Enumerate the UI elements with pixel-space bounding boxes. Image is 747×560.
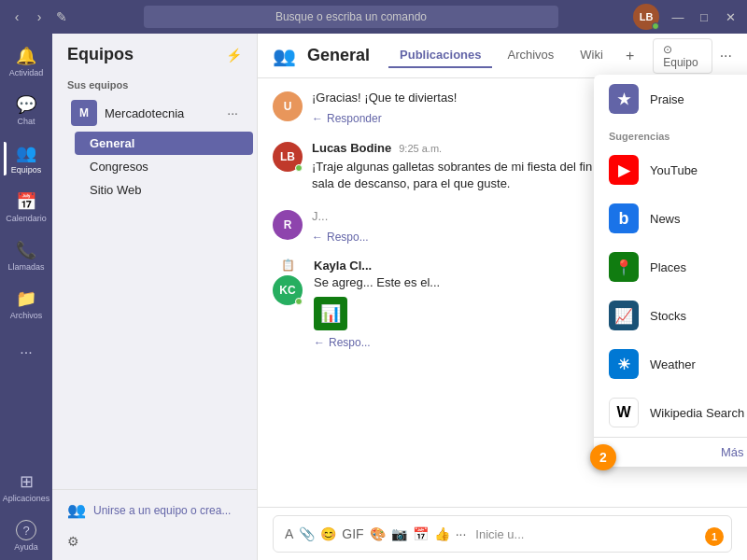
- app-item-places[interactable]: 📍 Places: [594, 243, 747, 291]
- sidebar-header: Equipos ⚡: [52, 34, 257, 76]
- sidebar-item-calendario[interactable]: 📅 Calendario: [4, 183, 49, 231]
- nav-bottom: ⊞ Aplicaciones ? Ayuda: [4, 463, 49, 560]
- tab-archivos[interactable]: Archivos: [496, 44, 565, 68]
- app-item-news[interactable]: b News: [594, 194, 747, 243]
- compose-more-icon[interactable]: ···: [456, 526, 467, 541]
- app-name-weather: Weather: [650, 357, 696, 371]
- more-apps-label: Más aplicaciones: [721, 445, 747, 459]
- schedule-icon[interactable]: 📅: [413, 526, 429, 541]
- calls-icon: 📞: [16, 240, 36, 260]
- titlebar-controls: ‹ › ✎: [9, 9, 69, 24]
- apps-icon: ⊞: [20, 471, 34, 492]
- avatar-user1: U: [273, 91, 303, 121]
- msg-author-4: Kayla Cl...: [314, 259, 372, 273]
- reply-label-4: Respo...: [329, 336, 371, 349]
- sticker-icon[interactable]: 🎨: [370, 526, 386, 541]
- close-button[interactable]: ✕: [723, 10, 738, 24]
- channel-item-general[interactable]: General: [75, 132, 253, 155]
- team-more-icon[interactable]: ···: [227, 105, 238, 120]
- sidebar-item-aplicaciones[interactable]: ⊞ Aplicaciones: [4, 463, 49, 511]
- sidebar-title: Equipos: [67, 45, 134, 64]
- help-label: Ayuda: [14, 542, 37, 552]
- emoji-icon[interactable]: 😊: [320, 526, 336, 541]
- app-name-praise: Praise: [650, 92, 684, 106]
- channel-icon: 👥: [273, 45, 296, 67]
- sidebar-item-ayuda[interactable]: ? Ayuda: [4, 511, 49, 560]
- sidebar-item-chat[interactable]: 💬 Chat: [4, 86, 49, 134]
- edit-icon: ✎: [54, 9, 69, 24]
- format-icon[interactable]: A: [285, 526, 293, 541]
- msg-time-2: 9:25 a.m.: [399, 143, 442, 154]
- app-name-places: Places: [650, 260, 686, 274]
- camera-icon[interactable]: 📷: [391, 526, 407, 541]
- gif-icon[interactable]: GIF: [342, 526, 363, 541]
- app-name-news: News: [650, 212, 681, 226]
- add-tab-button[interactable]: +: [618, 44, 641, 68]
- user-avatar[interactable]: LB: [633, 4, 659, 30]
- popup-section-label: Sugerencias: [594, 123, 747, 146]
- channel-item-congresos[interactable]: Congresos: [75, 155, 253, 178]
- help-icon: ?: [16, 520, 36, 540]
- equipo-button[interactable]: ⊙ Equipo: [653, 38, 712, 74]
- app-item-praise[interactable]: ★ Praise: [594, 75, 747, 123]
- reply-icon-1: ←: [312, 112, 323, 125]
- compose-badge: 1: [705, 527, 724, 546]
- excel-icon: 📊: [314, 297, 347, 330]
- left-nav: 🔔 Actividad 💬 Chat 👥 Equipos 📅 Calendari…: [0, 34, 52, 560]
- attach-icon[interactable]: 📎: [299, 526, 315, 541]
- channel-tabs: Publicaciones Archivos Wiki +: [388, 44, 641, 68]
- team-avatar-mercadotecnia: M: [71, 100, 97, 126]
- titlebar-right: LB — □ ✕: [633, 4, 738, 30]
- kayla-status: [295, 298, 303, 305]
- avatar-r: R: [273, 210, 303, 240]
- calendar-label: Calendario: [6, 214, 47, 223]
- more-apps-button[interactable]: Más aplicaciones ›: [594, 437, 747, 467]
- back-button[interactable]: ‹: [9, 9, 24, 24]
- sidebar-item-llamadas[interactable]: 📞 Llamadas: [4, 231, 49, 280]
- like-icon[interactable]: 👍: [434, 526, 450, 541]
- join-team-button[interactable]: 👥 Unirse a un equipo o crea...: [52, 489, 257, 530]
- command-search[interactable]: Busque o escriba un comando: [144, 6, 558, 28]
- channel-name: General: [307, 46, 370, 65]
- kayla-meta: 📋: [281, 259, 295, 272]
- filter-icon[interactable]: ⚡: [226, 48, 242, 63]
- app-item-weather[interactable]: ☀ Weather: [594, 340, 747, 388]
- search-placeholder: Busque o escriba un comando: [275, 10, 427, 23]
- popup-badge: 2: [590, 444, 616, 470]
- reply-icon-4: ←: [314, 336, 325, 349]
- compose-placeholder[interactable]: Inicie u...: [475, 527, 700, 541]
- main-layout: 🔔 Actividad 💬 Chat 👥 Equipos 📅 Calendari…: [0, 34, 747, 560]
- team-item-mercadotecnia[interactable]: M Mercadotecnia ···: [56, 94, 253, 132]
- sidebar-item-equipos[interactable]: 👥 Equipos: [4, 134, 49, 183]
- app-item-wikipedia[interactable]: W Wikipedia Search: [594, 388, 747, 437]
- youtube-icon: ▶: [609, 155, 639, 185]
- sidebar-item-archivos[interactable]: 📁 Archivos: [4, 280, 49, 329]
- compose-bar: A 📎 😊 GIF 🎨 📷 📅 👍 ··· Inicie u... ➤ 1: [258, 507, 747, 560]
- tab-publicaciones[interactable]: Publicaciones: [388, 44, 492, 68]
- channel-item-sitio-web[interactable]: Sitio Web: [75, 178, 253, 202]
- activity-icon: 🔔: [16, 46, 36, 66]
- more-options-button[interactable]: ···: [720, 48, 732, 64]
- minimize-button[interactable]: —: [670, 10, 685, 24]
- files-label: Archivos: [10, 311, 43, 320]
- app-item-youtube[interactable]: ▶ YouTube: [594, 146, 747, 194]
- tab-wiki[interactable]: Wiki: [569, 44, 614, 68]
- compose-box: A 📎 😊 GIF 🎨 📷 📅 👍 ··· Inicie u... ➤ 1: [273, 515, 732, 553]
- sidebar-item-more[interactable]: ···: [4, 329, 49, 377]
- settings-icon[interactable]: ⚙: [67, 534, 79, 549]
- team-name-mercadotecnia: Mercadotecnia: [105, 106, 219, 120]
- sidebar: Equipos ⚡ Sus equipos M Mercadotecnia ··…: [52, 34, 258, 560]
- send-button[interactable]: ➤ 1: [706, 524, 720, 544]
- app-name-wikipedia: Wikipedia Search: [650, 406, 744, 420]
- app-item-stocks[interactable]: 📈 Stocks: [594, 291, 747, 340]
- teams-icon: 👥: [16, 143, 36, 163]
- chat-label: Chat: [17, 117, 35, 126]
- maximize-button[interactable]: □: [697, 10, 712, 24]
- chat-area: 👥 General Publicaciones Archivos Wiki + …: [258, 34, 747, 560]
- avatar-lucas: LB: [273, 142, 303, 172]
- channel-list: General Congresos Sitio Web: [52, 132, 257, 202]
- forward-button[interactable]: ›: [32, 9, 47, 24]
- lucas-status: [295, 164, 303, 172]
- sidebar-item-actividad[interactable]: 🔔 Actividad: [4, 37, 49, 86]
- reply-icon-3: ←: [312, 231, 323, 244]
